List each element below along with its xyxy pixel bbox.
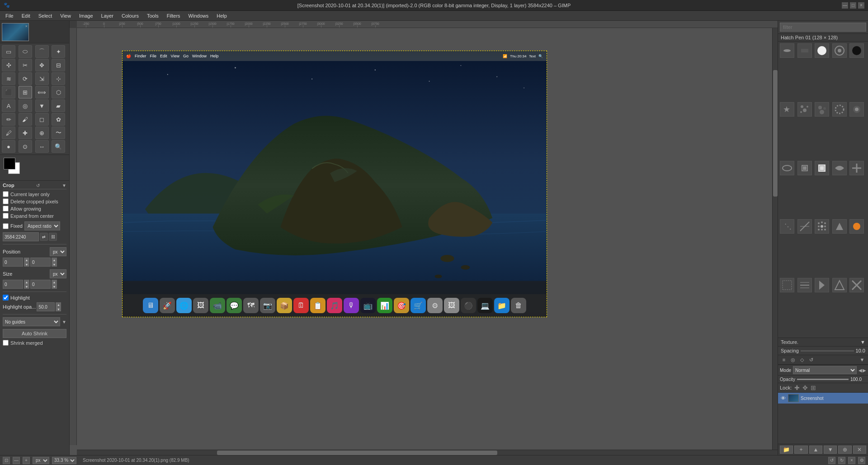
- gradient-tool[interactable]: ▰: [52, 99, 65, 112]
- brush-cell[interactable]: [815, 43, 829, 58]
- menu-windows[interactable]: Windows: [185, 12, 212, 19]
- size-h-input[interactable]: [30, 280, 51, 289]
- dodge-burn-tool[interactable]: ●: [2, 140, 15, 153]
- redo-button[interactable]: ↻: [838, 457, 845, 464]
- brush-cell[interactable]: [832, 43, 847, 58]
- channels-panel-icon[interactable]: ◎: [789, 356, 797, 363]
- chain-dimensions-button[interactable]: ⛓: [49, 233, 57, 241]
- delete-layer-button[interactable]: ✕: [853, 446, 866, 454]
- undo-button[interactable]: ↺: [828, 457, 835, 464]
- minimize-button[interactable]: —: [842, 2, 848, 9]
- brush-cell[interactable]: [797, 161, 812, 175]
- horizontal-scrollbar-thumb[interactable]: [217, 451, 497, 455]
- ellipse-select-tool[interactable]: ⬭: [19, 45, 32, 58]
- mode-prev-icon[interactable]: ◀: [859, 368, 862, 373]
- new-layer-group-button[interactable]: 📁: [780, 446, 793, 454]
- warp-transform-tool[interactable]: ≋: [2, 72, 15, 85]
- paths-panel-icon[interactable]: ◇: [798, 356, 806, 363]
- brush-cell[interactable]: [849, 102, 864, 117]
- guides-select[interactable]: No guides: [3, 317, 60, 326]
- history-panel-icon[interactable]: ↺: [807, 356, 815, 363]
- zoom-in-button[interactable]: +: [23, 457, 30, 464]
- brush-cell[interactable]: [832, 278, 847, 292]
- brush-cell[interactable]: [797, 219, 812, 234]
- lock-alpha-icon[interactable]: ⊞: [811, 384, 816, 391]
- maximize-button[interactable]: □: [850, 2, 856, 9]
- script-button[interactable]: ⚙: [858, 457, 865, 464]
- brush-cell[interactable]: [832, 219, 847, 234]
- rotate-tool[interactable]: ⟳: [19, 72, 32, 85]
- brush-cell[interactable]: [849, 161, 864, 175]
- brush-cell[interactable]: [797, 43, 812, 58]
- size-unit-select[interactable]: px: [50, 269, 66, 278]
- rectangular-select-tool[interactable]: ▭: [2, 45, 15, 58]
- menu-layer[interactable]: Layer: [98, 12, 118, 19]
- close-button[interactable]: ×: [858, 2, 864, 9]
- move-tool[interactable]: ✥: [35, 59, 49, 71]
- configure-panel-icon[interactable]: ▼: [858, 356, 866, 363]
- select-by-color-tool[interactable]: ✣: [2, 59, 15, 71]
- menu-help[interactable]: Help: [213, 12, 231, 19]
- perspective-tool[interactable]: ⬛: [2, 86, 15, 99]
- fixed-checkbox[interactable]: [3, 223, 9, 229]
- delete-pixels-checkbox[interactable]: [3, 198, 9, 204]
- spacing-slider[interactable]: [801, 350, 854, 352]
- texture-bar[interactable]: Texture. ▼: [778, 338, 868, 347]
- position-x-input[interactable]: [3, 258, 23, 267]
- layers-panel-icon[interactable]: ≡: [780, 356, 788, 363]
- pos-x-down[interactable]: ▼: [24, 262, 29, 267]
- new-layer-button[interactable]: +: [794, 446, 807, 454]
- auto-shrink-button[interactable]: Auto Shrink: [3, 329, 66, 338]
- brush-cell[interactable]: [849, 278, 864, 292]
- allow-growing-checkbox[interactable]: [3, 206, 9, 211]
- dimensions-input[interactable]: [3, 232, 39, 241]
- current-layer-checkbox[interactable]: [3, 191, 9, 197]
- layer-item[interactable]: 👁 Screenshot: [778, 393, 868, 404]
- delete-history-button[interactable]: ×: [848, 457, 855, 464]
- brush-cell[interactable]: [780, 161, 794, 175]
- pos-x-up[interactable]: ▲: [24, 258, 29, 262]
- unit-select[interactable]: px: [33, 457, 49, 464]
- foreground-color-swatch[interactable]: [4, 158, 15, 169]
- shrink-merged-checkbox[interactable]: [3, 340, 9, 346]
- lock-pixels-icon[interactable]: ✚: [794, 384, 800, 391]
- menu-select[interactable]: Select: [35, 12, 56, 19]
- size-w-up[interactable]: ▲: [24, 280, 29, 284]
- clone-tool[interactable]: ⊕: [35, 127, 49, 139]
- raise-layer-button[interactable]: ▲: [809, 446, 822, 454]
- menu-file[interactable]: File: [2, 12, 17, 19]
- fit-page-button[interactable]: ⊡: [3, 457, 10, 464]
- pos-y-up[interactable]: ▲: [52, 258, 57, 262]
- brushes-filter-input[interactable]: [780, 23, 866, 32]
- tool-options-more-icon[interactable]: ▼: [62, 183, 66, 188]
- flip-tool[interactable]: ⟺: [35, 86, 49, 99]
- lower-layer-button[interactable]: ▼: [824, 446, 837, 454]
- layer-visibility-eye[interactable]: 👁: [780, 395, 786, 401]
- heal-tool[interactable]: ✚: [19, 127, 32, 139]
- expand-center-checkbox[interactable]: [3, 213, 9, 219]
- zoom-tool[interactable]: 🔍: [52, 140, 65, 153]
- mode-next-icon[interactable]: ▶: [863, 368, 866, 373]
- highlight-checkbox[interactable]: [3, 295, 9, 301]
- canvas-viewport[interactable]: 🍎 Finder File Edit View Go Window Help 📶…: [77, 28, 778, 445]
- zoom-out-button[interactable]: —: [13, 457, 20, 464]
- opacity-up[interactable]: ▲: [56, 302, 61, 307]
- vertical-scrollbar-thumb[interactable]: [773, 70, 778, 197]
- brush-cell[interactable]: [815, 161, 829, 175]
- close-thumbnail[interactable]: ×: [25, 24, 28, 28]
- tool-options-reset-icon[interactable]: ↺: [36, 183, 40, 188]
- free-select-tool[interactable]: ⌒: [35, 45, 49, 58]
- pencil-tool[interactable]: ✏: [2, 113, 15, 126]
- horizontal-scrollbar[interactable]: [77, 450, 778, 455]
- 3d-transform-tool[interactable]: ⬡: [52, 86, 65, 99]
- scissors-tool[interactable]: ✂: [19, 59, 32, 71]
- vertical-scrollbar[interactable]: [772, 28, 778, 450]
- brush-cell[interactable]: [780, 43, 794, 58]
- eraser-tool[interactable]: ◻: [35, 113, 49, 126]
- size-w-input[interactable]: [3, 280, 23, 289]
- brush-cell[interactable]: [815, 219, 829, 234]
- brush-cell[interactable]: [797, 278, 812, 292]
- eyedropper-tool[interactable]: ⊙: [19, 140, 32, 153]
- brush-cell[interactable]: [815, 278, 829, 292]
- fixed-select[interactable]: Aspect ratio: [24, 221, 60, 230]
